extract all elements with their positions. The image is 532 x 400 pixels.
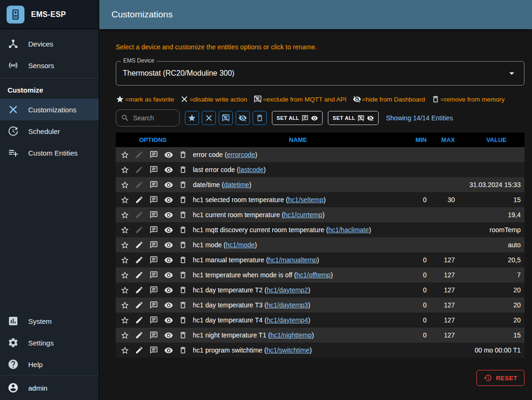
- entity-name-cell[interactable]: hc1 program switchtime (hc1/switchtime): [190, 343, 406, 358]
- favorite-star-button[interactable]: [119, 314, 131, 326]
- entity-name-cell[interactable]: hc1 current room temperature (hc1/currte…: [190, 207, 406, 222]
- hide-dashboard-button[interactable]: [162, 269, 175, 281]
- entity-name-cell[interactable]: hc1 temperature when mode is off (hc1/of…: [190, 267, 406, 282]
- entity-tag-link[interactable]: hc1/currtemp: [284, 211, 323, 219]
- entity-name-cell[interactable]: last error code (lastcode): [190, 162, 406, 177]
- edit-write-button[interactable]: [133, 269, 145, 281]
- edit-write-button[interactable]: [133, 179, 145, 191]
- set-all-visible-button[interactable]: SET ALL: [272, 111, 323, 125]
- filter-mqtt-exclude-button[interactable]: [219, 111, 233, 125]
- remove-memory-button[interactable]: [177, 239, 189, 251]
- filter-hide-dashboard-button[interactable]: [236, 111, 250, 125]
- remove-memory-button[interactable]: [177, 194, 189, 206]
- edit-write-button[interactable]: [133, 329, 145, 341]
- entity-tag-link[interactable]: hc1/daytemp3: [267, 301, 308, 309]
- sidebar-item-customizations[interactable]: Customizations: [0, 99, 99, 120]
- mqtt-api-exclude-button[interactable]: [148, 149, 160, 161]
- entity-tag-link[interactable]: hc1/daytemp2: [267, 286, 308, 294]
- entity-name-cell[interactable]: hc1 day temperature T2 (hc1/daytemp2): [190, 282, 406, 298]
- entity-name-cell[interactable]: date/time (datetime): [190, 177, 406, 192]
- hide-dashboard-button[interactable]: [162, 164, 175, 176]
- favorite-star-button[interactable]: [119, 299, 131, 311]
- reset-button[interactable]: RESET: [476, 370, 524, 386]
- mqtt-api-exclude-button[interactable]: [148, 209, 160, 221]
- entity-tag-link[interactable]: datetime: [224, 181, 249, 188]
- edit-write-button[interactable]: [133, 164, 145, 176]
- favorite-star-button[interactable]: [119, 194, 131, 206]
- entity-tag-link[interactable]: hc1/switchtime: [266, 346, 310, 354]
- entity-name-cell[interactable]: hc1 night temperature T1 (hc1/nighttemp): [190, 328, 406, 343]
- favorite-star-button[interactable]: [119, 254, 131, 266]
- mqtt-api-exclude-button[interactable]: [148, 269, 160, 281]
- favorite-star-button[interactable]: [119, 224, 131, 236]
- entity-name-cell[interactable]: hc1 day temperature T3 (hc1/daytemp3): [190, 298, 406, 313]
- mqtt-api-exclude-button[interactable]: [148, 194, 160, 206]
- hide-dashboard-button[interactable]: [162, 314, 175, 326]
- favorite-star-button[interactable]: [119, 179, 131, 191]
- remove-memory-button[interactable]: [177, 284, 189, 296]
- sidebar-item-help[interactable]: Help: [0, 353, 99, 375]
- hide-dashboard-button[interactable]: [162, 239, 175, 251]
- entity-tag-link[interactable]: hc1/nighttemp: [270, 331, 312, 339]
- filter-remove-memory-button[interactable]: [253, 111, 267, 125]
- remove-memory-button[interactable]: [177, 314, 189, 326]
- edit-write-button[interactable]: [133, 344, 145, 356]
- entity-name-cell[interactable]: error code (errorcode): [190, 147, 406, 162]
- entity-name-cell[interactable]: hc1 mqtt discovery current room temperat…: [190, 222, 406, 237]
- mqtt-api-exclude-button[interactable]: [148, 239, 160, 251]
- sidebar-item-devices[interactable]: Devices: [0, 33, 99, 55]
- mqtt-api-exclude-button[interactable]: [148, 299, 160, 311]
- mqtt-api-exclude-button[interactable]: [148, 254, 160, 266]
- remove-memory-button[interactable]: [177, 179, 189, 191]
- hide-dashboard-button[interactable]: [162, 209, 175, 221]
- sidebar-item-custom-entities[interactable]: Custom Entities: [0, 142, 99, 164]
- entity-tag-link[interactable]: hc1/offtemp: [296, 271, 331, 279]
- edit-write-button[interactable]: [133, 314, 145, 326]
- remove-memory-button[interactable]: [177, 329, 189, 341]
- entity-name-cell[interactable]: hc1 manual temperature (hc1/manualtemp): [190, 252, 406, 267]
- favorite-star-button[interactable]: [119, 209, 131, 221]
- set-all-hidden-button[interactable]: SET ALL: [328, 111, 379, 125]
- mqtt-api-exclude-button[interactable]: [148, 344, 160, 356]
- sidebar-item-sensors[interactable]: Sensors: [0, 55, 99, 76]
- edit-write-button[interactable]: [133, 224, 145, 236]
- filter-favorite-button[interactable]: [185, 111, 199, 125]
- remove-memory-button[interactable]: [177, 254, 189, 266]
- edit-write-button[interactable]: [133, 299, 145, 311]
- sidebar-item-scheduler[interactable]: Scheduler: [0, 120, 99, 142]
- mqtt-api-exclude-button[interactable]: [148, 224, 160, 236]
- entity-name-cell[interactable]: hc1 day temperature T4 (hc1/daytemp4): [190, 313, 406, 328]
- remove-memory-button[interactable]: [177, 344, 189, 356]
- edit-write-button[interactable]: [133, 284, 145, 296]
- favorite-star-button[interactable]: [119, 269, 131, 281]
- mqtt-api-exclude-button[interactable]: [148, 284, 160, 296]
- ems-device-select[interactable]: EMS Device Thermostat (RC20/Moduline 300…: [116, 61, 524, 86]
- remove-memory-button[interactable]: [177, 164, 189, 176]
- entity-tag-link[interactable]: hc1/manualtemp: [268, 256, 317, 264]
- search-input[interactable]: [133, 114, 175, 122]
- entity-tag-link[interactable]: errorcode: [227, 151, 255, 158]
- edit-write-button[interactable]: [133, 254, 145, 266]
- entity-tag-link[interactable]: hc1/mode: [226, 241, 254, 249]
- sidebar-item-settings[interactable]: Settings: [0, 332, 99, 353]
- favorite-star-button[interactable]: [119, 164, 131, 176]
- favorite-star-button[interactable]: [119, 284, 131, 296]
- hide-dashboard-button[interactable]: [162, 254, 175, 266]
- entity-name-cell[interactable]: hc1 selected room temperature (hc1/selte…: [190, 192, 406, 207]
- mqtt-api-exclude-button[interactable]: [148, 179, 160, 191]
- favorite-star-button[interactable]: [119, 149, 131, 161]
- entity-tag-link[interactable]: lastcode: [239, 166, 263, 173]
- hide-dashboard-button[interactable]: [162, 329, 175, 341]
- remove-memory-button[interactable]: [177, 149, 189, 161]
- edit-write-button[interactable]: [133, 149, 145, 161]
- hide-dashboard-button[interactable]: [162, 224, 175, 236]
- remove-memory-button[interactable]: [177, 269, 189, 281]
- hide-dashboard-button[interactable]: [162, 299, 175, 311]
- entity-tag-link[interactable]: hc1/haclimate: [328, 226, 369, 234]
- edit-write-button[interactable]: [133, 209, 145, 221]
- favorite-star-button[interactable]: [119, 329, 131, 341]
- filter-disable-write-button[interactable]: [202, 111, 216, 125]
- remove-memory-button[interactable]: [177, 299, 189, 311]
- entity-tag-link[interactable]: hc1/daytemp4: [267, 316, 308, 324]
- sidebar-item-admin[interactable]: admin: [0, 376, 99, 400]
